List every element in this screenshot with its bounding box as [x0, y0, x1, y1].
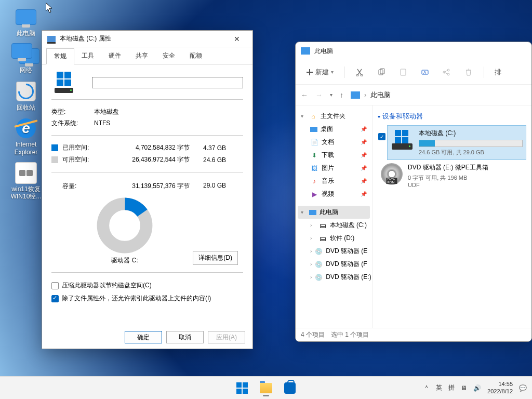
- desktop-icon-recycle-bin[interactable]: 回收站: [5, 77, 47, 114]
- pin-icon: 📌: [361, 126, 367, 132]
- cancel-button[interactable]: 取消: [166, 331, 204, 343]
- taskbar-file-explorer[interactable]: [256, 379, 276, 397]
- delete-icon[interactable]: [464, 68, 473, 77]
- recycle-bin-icon: [16, 82, 36, 101]
- tree-documents[interactable]: 📄文档📌: [298, 136, 370, 149]
- details-button[interactable]: 详细信息(D): [193, 251, 238, 265]
- drive-label-input[interactable]: [92, 77, 243, 88]
- taskbar-store[interactable]: [280, 379, 300, 397]
- drive-item-dvd-e[interactable]: DVD 驱动器 (E:) 微PE工具箱 0 字节 可用, 共 196 MB UD…: [378, 160, 526, 191]
- cut-icon[interactable]: [355, 68, 364, 77]
- cap-label: 容量:: [51, 182, 101, 191]
- tree-music[interactable]: ♪音乐📌: [298, 175, 370, 188]
- tree-desktop[interactable]: 桌面📌: [298, 123, 370, 136]
- tree-this-pc[interactable]: ▾此电脑: [298, 206, 370, 219]
- tree-dvd-e2[interactable]: ›💿DVD 驱动器 (E:): [298, 271, 370, 284]
- clock[interactable]: 14:55 2022/8/12: [487, 381, 513, 394]
- bat-icon: [15, 162, 37, 184]
- index-checkbox[interactable]: 除了文件属性外，还允许索引此驱动器上文件的内容(I): [51, 292, 243, 305]
- ie-icon: [16, 118, 36, 138]
- used-bytes: 4,702,584,832 字节: [101, 143, 190, 152]
- forward-button[interactable]: →: [315, 91, 323, 99]
- tab-security[interactable]: 安全: [155, 48, 182, 64]
- home-icon: ⌂: [309, 112, 317, 121]
- copy-icon[interactable]: [377, 68, 386, 77]
- music-icon: ♪: [310, 177, 318, 185]
- tab-quota[interactable]: 配额: [182, 48, 209, 64]
- dvd-icon: 💿: [315, 273, 323, 282]
- notifications-icon[interactable]: 💬: [519, 384, 527, 392]
- free-bytes: 26,436,972,544 字节: [101, 155, 190, 164]
- network-icon[interactable]: 🖥: [461, 384, 467, 392]
- plus-icon: [306, 69, 313, 76]
- cap-bytes: 31,139,557,376 字节: [101, 182, 190, 191]
- free-label: 可用空间:: [62, 155, 101, 164]
- drive-letter-label: 驱动器 C:: [111, 256, 138, 265]
- section-header[interactable]: ▾设备和驱动器: [378, 110, 526, 125]
- item-count: 4 个项目: [301, 330, 325, 339]
- tree-home[interactable]: ▾⌂主文件夹: [298, 110, 370, 123]
- drive-item-c[interactable]: 本地磁盘 (C:) 24.6 GB 可用, 共 29.0 GB: [387, 125, 526, 160]
- free-gb: 24.6 GB: [190, 156, 226, 164]
- tray-chevron[interactable]: ＾: [423, 383, 430, 392]
- tree-downloads[interactable]: ⬇下载📌: [298, 149, 370, 162]
- tree-pictures[interactable]: 🖼图片📌: [298, 162, 370, 175]
- desktop-icon-ie[interactable]: Internet Explorer: [5, 114, 47, 159]
- apply-button[interactable]: 应用(A): [208, 331, 245, 343]
- tree-videos[interactable]: ▶视频📌: [298, 188, 370, 201]
- up-button[interactable]: ↑: [340, 91, 343, 99]
- videos-icon: ▶: [310, 190, 318, 198]
- explorer-content: ▾设备和驱动器 本地磁盘 (C:) 24.6 GB 可用, 共 29.0 GB …: [373, 105, 531, 328]
- pin-icon: 📌: [361, 139, 367, 145]
- tab-general[interactable]: 常规: [46, 48, 74, 64]
- share-icon[interactable]: [442, 68, 451, 77]
- pictures-icon: 🖼: [310, 164, 318, 172]
- label: Internet Explorer: [6, 141, 46, 156]
- sort-button[interactable]: 排: [490, 65, 506, 79]
- tab-sharing[interactable]: 共享: [128, 48, 155, 64]
- titlebar[interactable]: 本地磁盘 (C:) 属性 ✕: [42, 31, 252, 47]
- usage-donut: [96, 197, 153, 254]
- tree-drive-d[interactable]: ›🖴软件 (D:): [298, 232, 370, 245]
- back-button[interactable]: ←: [301, 91, 308, 99]
- drive-name: DVD 驱动器 (E:) 微PE工具箱: [408, 163, 523, 172]
- chevron-down-icon[interactable]: ▾: [330, 92, 332, 98]
- tree-dvd-e[interactable]: ›💿DVD 驱动器 (E: [298, 245, 370, 258]
- desktop-icon-script[interactable]: win11恢复WIN10经...: [5, 159, 47, 204]
- downloads-icon: ⬇: [310, 151, 318, 159]
- new-button[interactable]: 新建 ▾: [302, 65, 338, 79]
- tab-tools[interactable]: 工具: [74, 48, 101, 64]
- tab-hardware[interactable]: 硬件: [101, 48, 128, 64]
- ok-button[interactable]: 确定: [125, 331, 162, 343]
- desktop-icons: 此电脑 网络 回收站 Internet Explorer win11恢复WIN1…: [5, 3, 47, 204]
- desktop-icon-this-pc[interactable]: 此电脑: [5, 3, 47, 40]
- explorer-titlebar[interactable]: 此电脑: [296, 42, 531, 60]
- windows-logo-icon: [236, 382, 248, 394]
- desktop-icon-network[interactable]: 网络: [5, 40, 47, 77]
- start-button[interactable]: [232, 379, 252, 397]
- tab-bar: 常规 工具 硬件 共享 安全 配额: [42, 48, 252, 64]
- svg-text:A: A: [423, 70, 427, 75]
- tree-drive-c[interactable]: ›🖴本地磁盘 (C:): [298, 219, 370, 232]
- rename-icon[interactable]: A: [420, 68, 430, 77]
- dvd-icon: 💿: [315, 260, 323, 269]
- label: 回收站: [17, 104, 35, 111]
- fs-value: NTFS: [94, 119, 243, 127]
- ime-indicator[interactable]: 英: [436, 383, 442, 392]
- paste-icon[interactable]: [398, 68, 408, 77]
- compress-checkbox[interactable]: 压缩此驱动器以节约磁盘空间(C): [51, 279, 243, 292]
- ime-mode[interactable]: 拼: [448, 383, 455, 392]
- window-title: 本地磁盘 (C:) 属性: [60, 34, 227, 43]
- explorer-nav: ← → ▾ ↑ › 此电脑: [296, 85, 531, 105]
- dialog-footer: 确定 取消 应用(A): [125, 331, 245, 343]
- fs-label: 文件系统:: [51, 119, 94, 128]
- used-swatch: [51, 144, 58, 151]
- close-button[interactable]: ✕: [227, 32, 247, 46]
- pin-icon: 📌: [361, 191, 367, 197]
- volume-icon[interactable]: 🔊: [473, 384, 481, 392]
- compress-label: 压缩此驱动器以节约磁盘空间(C): [62, 281, 152, 290]
- breadcrumb[interactable]: › 此电脑: [351, 90, 526, 100]
- explorer-toolbar: 新建 ▾ A 排: [296, 60, 531, 85]
- drive-info: 0 字节 可用, 共 196 MB: [408, 174, 523, 182]
- tree-dvd-f[interactable]: ›💿DVD 驱动器 (F: [298, 258, 370, 271]
